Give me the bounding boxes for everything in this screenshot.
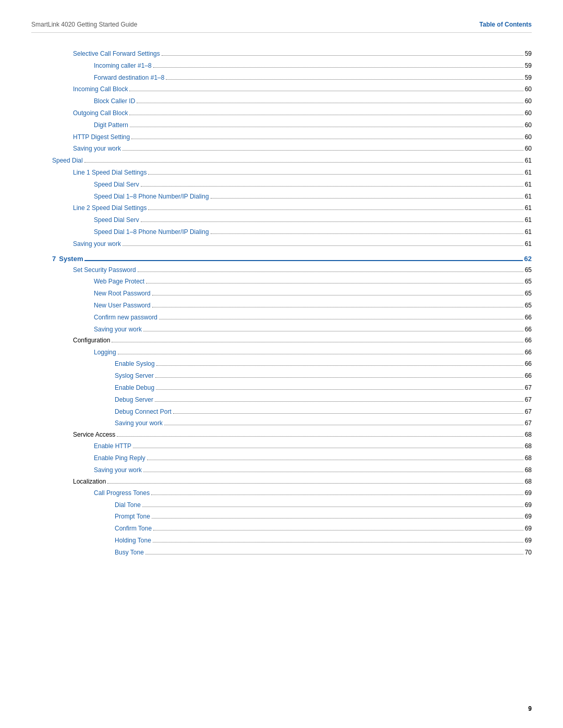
entry-text[interactable]: Saving your work	[94, 324, 142, 335]
page-number: 59	[525, 61, 532, 71]
dot-leader	[166, 79, 523, 80]
entry-text[interactable]: Localization	[73, 477, 106, 487]
entry-text[interactable]: Enable Ping Reply	[94, 453, 145, 464]
entry-text[interactable]: Incoming caller #1–8	[94, 60, 152, 71]
entry-text[interactable]: Enable Syslog	[115, 359, 155, 369]
chapter-entry: 7System62	[52, 255, 532, 263]
entry-text[interactable]: Confirm new password	[94, 312, 157, 323]
page-number: 69	[525, 512, 532, 522]
entry-text[interactable]: Saving your work	[73, 239, 121, 250]
entry-text[interactable]: Speed Dial 1–8 Phone Number/IP Dialing	[94, 191, 209, 202]
dot-leader	[152, 307, 523, 307]
toc-entry: Speed Dial61	[52, 155, 532, 166]
entry-text[interactable]: Speed Dial	[52, 155, 83, 166]
dot-leader	[141, 186, 523, 187]
page-number: 65	[525, 301, 532, 311]
dot-leader	[152, 518, 523, 519]
dot-leader	[131, 139, 523, 139]
toc-entry: Holding Tone69	[52, 535, 532, 546]
entry-text[interactable]: Service Access	[73, 430, 115, 440]
toc-entry: Incoming caller #1–859	[52, 60, 532, 71]
entry-text[interactable]: Line 1 Speed Dial Settings	[73, 167, 146, 178]
entry-text[interactable]: Dial Tone	[115, 500, 141, 511]
page-number: 68	[525, 465, 532, 475]
dot-leader	[137, 103, 523, 103]
toc-entry: Saving your work60	[52, 143, 532, 154]
toc-entry: Syslog Server66	[52, 371, 532, 381]
entry-text[interactable]: Speed Dial Serv	[94, 179, 139, 190]
dot-leader	[164, 425, 523, 425]
toc-entry: Set Security Password65	[52, 265, 532, 276]
entry-text[interactable]: Speed Dial Serv	[94, 215, 139, 226]
chapter-title[interactable]: System	[59, 255, 83, 263]
entry-text[interactable]: Saving your work	[115, 418, 163, 429]
entry-text[interactable]: Busy Tone	[115, 547, 144, 558]
entry-text[interactable]: Saving your work	[94, 465, 142, 476]
dot-leader	[155, 377, 523, 378]
entry-text[interactable]: Syslog Server	[115, 371, 154, 381]
entry-text[interactable]: New User Password	[94, 300, 151, 311]
toc-entry: Prompt Tone69	[52, 511, 532, 522]
entry-text[interactable]: Saving your work	[73, 143, 121, 154]
dot-leader	[155, 401, 523, 402]
page-number: 69	[525, 488, 532, 498]
toc-entry: Enable Debug67	[52, 382, 532, 393]
entry-text[interactable]: Enable HTTP	[94, 441, 131, 452]
entry-text[interactable]: Forward destination #1–8	[94, 72, 164, 83]
entry-text[interactable]: Enable Debug	[115, 382, 154, 393]
toc-entry: Speed Dial Serv61	[52, 179, 532, 190]
toc-entry: Web Page Protect65	[52, 276, 532, 287]
toc-entry: Enable Syslog66	[52, 359, 532, 369]
toc-entry: Enable Ping Reply68	[52, 453, 532, 464]
page-number: 60	[525, 84, 532, 94]
page-number: 68	[525, 441, 532, 451]
dot-leader	[153, 542, 523, 542]
entry-text[interactable]: Selective Call Forward Settings	[73, 48, 160, 59]
toc-entry: Speed Dial 1–8 Phone Number/IP Dialing61	[52, 227, 532, 238]
dot-leader	[153, 530, 523, 530]
entry-text[interactable]: Debug Connect Port	[115, 406, 172, 417]
entry-text[interactable]: Block Caller ID	[94, 96, 135, 107]
dot-leader	[173, 413, 523, 414]
page-number: 60	[525, 96, 532, 106]
dot-leader	[142, 507, 523, 507]
entry-text[interactable]: Configuration	[73, 336, 110, 346]
dot-leader	[159, 319, 523, 319]
entry-text[interactable]: Holding Tone	[115, 535, 151, 546]
page-number: 61	[525, 227, 532, 237]
entry-text[interactable]: Speed Dial 1–8 Phone Number/IP Dialing	[94, 227, 209, 238]
dot-leader	[117, 436, 523, 437]
toc-entry: Busy Tone70	[52, 547, 532, 558]
entry-text[interactable]: New Root Password	[94, 288, 151, 299]
entry-text[interactable]: Confirm Tone	[115, 523, 152, 534]
entry-text[interactable]: Outgoing Call Block	[73, 108, 128, 119]
entry-text[interactable]: Incoming Call Block	[73, 84, 128, 95]
toc-entry: Saving your work66	[52, 324, 532, 335]
page-number: 65	[525, 265, 532, 275]
entry-text[interactable]: Web Page Protect	[94, 276, 144, 287]
page-header: SmartLink 4020 Getting Started Guide Tab…	[31, 21, 532, 33]
dot-leader	[145, 554, 523, 554]
page-number: 66	[525, 359, 532, 369]
toc-entry: Selective Call Forward Settings59	[52, 48, 532, 59]
entry-text[interactable]: Logging	[94, 347, 116, 358]
entry-text[interactable]: Prompt Tone	[115, 511, 150, 522]
dot-leader	[152, 295, 523, 295]
page-number: 65	[525, 277, 532, 287]
entry-text[interactable]: Debug Server	[115, 394, 153, 405]
dot-leader	[129, 115, 523, 115]
entry-text[interactable]: Call Progress Tones	[94, 488, 150, 499]
page-number: 60	[525, 144, 532, 154]
entry-text[interactable]: HTTP Digest Setting	[73, 132, 130, 143]
page-number: 67	[525, 418, 532, 428]
toc-entry: Confirm new password66	[52, 312, 532, 323]
entry-text[interactable]: Digit Pattern	[94, 120, 128, 131]
page-number: 59	[525, 73, 532, 83]
entry-text[interactable]: Line 2 Speed Dial Settings	[73, 203, 146, 214]
toc-entry: Service Access68	[52, 430, 532, 440]
section-label: Table of Contents	[480, 21, 532, 28]
entry-text[interactable]: Set Security Password	[73, 265, 136, 276]
toc-content: Selective Call Forward Settings59Incomin…	[31, 48, 532, 558]
page-number: 67	[525, 383, 532, 393]
toc-entry: Saving your work68	[52, 465, 532, 476]
